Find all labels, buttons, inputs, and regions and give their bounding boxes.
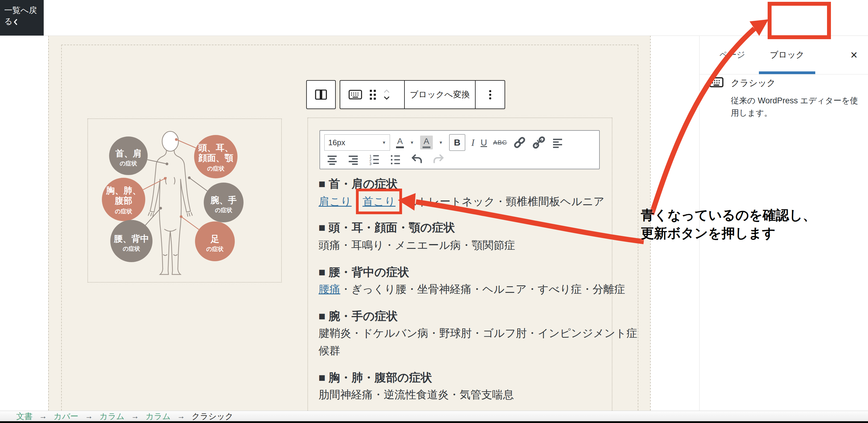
human-figure-illustration (148, 131, 192, 274)
svg-text:腕、手: 腕、手 (210, 195, 237, 205)
symptom-circle-arm-hand: 腕、手の症状 (188, 176, 244, 223)
editor-top-bar (0, 0, 868, 36)
wordpress-block-editor-screenshot: { "topbar": { "back_label": "一覧へ戻る", "dr… (0, 0, 868, 423)
breadcrumb-separator-icon: → (39, 412, 47, 421)
background-color-button[interactable]: A (420, 136, 433, 150)
sidebar-tabs-divider (700, 74, 868, 74)
close-sidebar-button[interactable]: × (850, 49, 858, 61)
breadcrumb: 文書→カバー→カラム→カラム→クラシック (16, 411, 233, 422)
block-card-title: クラシック (731, 77, 775, 89)
svg-text:の症状: の症状 (206, 246, 224, 252)
svg-text:足: 足 (210, 234, 219, 244)
chevron-left-icon (13, 19, 18, 26)
symptom-link[interactable]: 腰痛 (318, 283, 340, 295)
symptom-link[interactable]: 肩こり (318, 195, 352, 207)
convert-to-blocks-button[interactable]: ブロックへ変換 (404, 81, 475, 108)
block-toolbar: ブロックへ変換 (340, 80, 505, 109)
svg-text:顔面、顎: 顔面、顎 (198, 153, 233, 163)
bullet-list-icon[interactable] (390, 153, 401, 165)
breadcrumb-separator-icon: → (131, 412, 139, 421)
block-toolbar-left-segment (340, 81, 404, 108)
annotation-box-update (768, 2, 831, 39)
classic-toolbar-row-1: 16px ▼ A ▼ A ▼ B I U ABC (324, 133, 595, 152)
block-card-description-line1: 従来の WordPress エディターを使 (731, 95, 868, 107)
svg-text:腹部: 腹部 (115, 196, 132, 205)
svg-text:の症状: の症状 (120, 160, 137, 167)
remove-link-icon[interactable] (532, 136, 546, 149)
svg-text:の症状: の症状 (115, 208, 132, 215)
move-down-icon[interactable] (383, 96, 390, 100)
tab-block[interactable]: ブロック (759, 36, 815, 74)
underline-button[interactable]: U (480, 137, 487, 148)
font-size-value: 16px (328, 138, 345, 147)
svg-text:3: 3 (370, 162, 372, 165)
svg-text:首、肩: 首、肩 (116, 149, 142, 158)
text-color-button[interactable]: A (396, 137, 404, 148)
symptom-circle-head-ear-face-jaw: 頭、耳、顔面、顎の症状 (175, 135, 238, 178)
move-up-icon[interactable] (383, 89, 390, 93)
annotation-line2: 更新ボタンを押します (641, 224, 816, 242)
annotation-line1: 青くなっているのを確認し、 (641, 206, 816, 224)
svg-text:胸、肺、: 胸、肺、 (106, 186, 141, 195)
sidebar-tabs: ページ ブロック (709, 36, 815, 74)
align-right-icon[interactable] (347, 153, 359, 165)
back-to-list-label: 一覧へ戻る (4, 6, 37, 26)
bold-button[interactable]: B (449, 134, 465, 151)
ordered-list-icon[interactable]: 123 (368, 153, 380, 165)
insert-link-icon[interactable] (513, 136, 526, 149)
breadcrumb-item[interactable]: 文書 (16, 411, 33, 422)
select-caret-icon: ▼ (382, 140, 386, 145)
align-left-icon[interactable] (552, 136, 564, 149)
svg-text:の症状: の症状 (123, 246, 140, 252)
svg-text:の症状: の症状 (215, 207, 232, 213)
parent-column-block-button[interactable] (306, 80, 336, 109)
block-breadcrumb-bar: 文書→カバー→カラム→カラム→クラシック (0, 411, 868, 422)
classic-block-icon (709, 76, 724, 88)
breadcrumb-item: クラシック (192, 411, 233, 422)
breadcrumb-item[interactable]: カバー (54, 411, 79, 422)
drag-handle-icon[interactable] (370, 90, 376, 100)
classic-editor-toolbar: 16px ▼ A ▼ A ▼ B I U ABC (319, 130, 600, 169)
undo-icon[interactable] (410, 153, 423, 166)
breadcrumb-item[interactable]: カラム (99, 411, 124, 422)
tab-page[interactable]: ページ (709, 36, 756, 74)
svg-text:の症状: の症状 (207, 165, 224, 172)
symptom-circle-neck-shoulder: 首、肩の症状 (109, 136, 168, 175)
kubikori-link-annotated[interactable]: 首こり (363, 195, 396, 207)
breadcrumb-separator-icon: → (177, 412, 185, 421)
font-size-select[interactable]: 16px ▼ (324, 134, 390, 151)
bottom-edge-strip (0, 421, 868, 423)
annotation-note: 青くなっているのを確認し、 更新ボタンを押します (641, 206, 816, 242)
strikethrough-button[interactable]: ABC (493, 139, 507, 146)
redo-icon[interactable] (432, 153, 445, 166)
text-color-caret-icon[interactable]: ▼ (410, 140, 414, 145)
svg-text:頭、耳、: 頭、耳、 (198, 143, 233, 153)
breadcrumb-separator-icon: → (85, 412, 93, 421)
classic-block-icon[interactable] (348, 89, 363, 100)
cover-block-left-outline (48, 36, 49, 411)
align-center-icon[interactable] (326, 153, 338, 165)
block-card-description-line2: 用します。 (731, 107, 868, 119)
column-icon (314, 88, 328, 101)
svg-text:腰、背中: 腰、背中 (114, 234, 149, 243)
back-to-list-button[interactable]: 一覧へ戻る (0, 0, 44, 36)
symptom-circle-foot: 足の症状 (180, 216, 235, 262)
body-symptom-diagram: 首、肩の症状頭、耳、顔面、顎の症状胸、肺、腹部の症状腕、手の症状腰、背中の症状足… (87, 119, 282, 283)
italic-button[interactable]: I (471, 137, 475, 148)
background-color-caret-icon[interactable]: ▼ (439, 140, 443, 145)
breadcrumb-item[interactable]: カラム (146, 411, 170, 422)
move-block-control (383, 89, 390, 100)
classic-toolbar-row-2: 123 (324, 152, 595, 167)
block-options-button[interactable] (475, 81, 504, 108)
